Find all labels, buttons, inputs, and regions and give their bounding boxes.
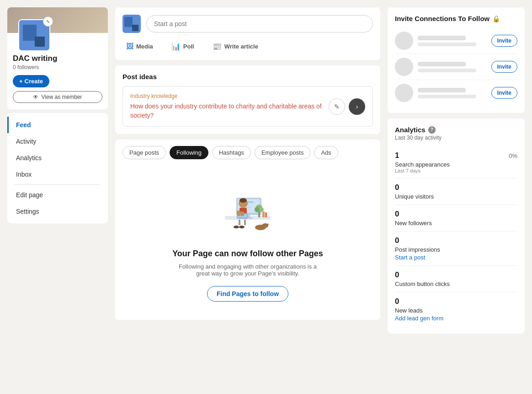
tab-following[interactable]: Following <box>170 146 208 159</box>
svg-point-10 <box>255 207 259 212</box>
poll-button[interactable]: 📊 Poll <box>168 40 198 53</box>
plus-icon: + <box>19 78 23 85</box>
view-as-member-button[interactable]: 👁 View as member <box>13 91 102 103</box>
invite-button-1[interactable]: Invite <box>491 35 517 47</box>
media-button[interactable]: 🖼 Media <box>122 40 157 53</box>
following-content: Your Page can now follow other Pages Fol… <box>115 166 380 320</box>
right-panel: Invite Connections To Follow 🔒 Invite In… <box>388 7 525 387</box>
idea-tag: Industry knowledge <box>130 93 323 99</box>
analytics-value-leads: 0 <box>395 297 399 306</box>
invite-button-2[interactable]: Invite <box>491 61 517 73</box>
analytics-row-leads: 0 New leads Add lead gen form <box>395 292 517 326</box>
svg-point-24 <box>239 226 245 228</box>
analytics-row-button-clicks: 0 Custom button clicks <box>395 266 517 292</box>
invite-button-3[interactable]: Invite <box>491 87 517 99</box>
analytics-card: Analytics ? Last 30 day activity 1 0% Se… <box>388 119 525 334</box>
svg-point-23 <box>234 226 239 228</box>
tab-employee-posts[interactable]: Employee posts <box>255 146 311 159</box>
tab-ads[interactable]: Ads <box>314 146 338 159</box>
invite-title-text: Invite Connections To Follow <box>395 15 489 22</box>
invite-info-2 <box>418 62 487 72</box>
profile-info: DAC writing 0 followers + Create 👁 View … <box>13 51 102 103</box>
analytics-row-impressions: 0 Post impressions Start a post <box>395 232 517 266</box>
create-button[interactable]: + Create <box>13 75 49 87</box>
edit-avatar-button[interactable]: ✎ <box>43 16 53 27</box>
view-member-label: View as member <box>41 94 82 100</box>
invite-card: Invite Connections To Follow 🔒 Invite In… <box>388 7 525 113</box>
invite-name-line-2 <box>418 62 466 66</box>
sidebar-item-analytics[interactable]: Analytics <box>7 150 108 166</box>
write-article-button[interactable]: 📰 Write article <box>209 40 262 53</box>
invite-row-3: Invite <box>395 80 517 106</box>
poll-label: Poll <box>183 43 194 50</box>
idea-card: Industry knowledge How does your industr… <box>122 86 373 127</box>
profile-card: ✎ DAC writing 0 followers + Create 👁 Vie… <box>7 7 108 109</box>
invite-card-title: Invite Connections To Follow 🔒 <box>395 15 517 22</box>
sidebar-item-feed[interactable]: Feed <box>7 117 108 133</box>
post-avatar-small <box>122 15 141 33</box>
start-post-input[interactable] <box>146 15 373 32</box>
post-ideas-card: Post ideas Industry knowledge How does y… <box>115 65 380 134</box>
invite-name-line-1 <box>418 36 466 40</box>
sidebar-item-edit-page[interactable]: Edit page <box>7 187 108 203</box>
sidebar-item-inbox[interactable]: Inbox <box>7 166 108 183</box>
post-actions: 🖼 Media 📊 Poll 📰 Write article <box>122 38 373 53</box>
analytics-value-followers: 0 <box>395 210 399 219</box>
analytics-row-followers: 0 New followers <box>395 205 517 232</box>
invite-sub-line-3 <box>418 95 476 98</box>
invite-avatar-2 <box>395 58 413 76</box>
tab-page-posts[interactable]: Page posts <box>122 146 166 159</box>
analytics-metric-visitors: 0 <box>395 183 517 192</box>
sidebar-item-settings[interactable]: Settings <box>7 203 108 220</box>
svg-point-15 <box>239 198 247 203</box>
post-input-row <box>122 15 373 33</box>
sidebar: ✎ DAC writing 0 followers + Create 👁 Vie… <box>7 7 108 387</box>
svg-rect-20 <box>240 211 244 216</box>
analytics-label-leads: New leads <box>395 307 517 314</box>
main-content: 🖼 Media 📊 Poll 📰 Write article Post idea… <box>115 7 380 387</box>
analytics-label-visitors: Unique visitors <box>395 193 517 200</box>
analytics-title-text: Analytics <box>395 126 426 134</box>
help-icon[interactable]: ? <box>428 126 436 134</box>
svg-point-28 <box>267 224 269 225</box>
analytics-value-visitors: 0 <box>395 183 399 192</box>
analytics-label-followers: New followers <box>395 220 517 227</box>
start-post-link[interactable]: Start a post <box>395 254 517 261</box>
invite-info-1 <box>418 36 487 46</box>
eye-icon: 👁 <box>33 94 38 100</box>
analytics-row-visitors: 0 Unique visitors <box>395 178 517 205</box>
find-pages-button[interactable]: Find Pages to follow <box>207 286 288 302</box>
create-label: Create <box>25 78 43 85</box>
sidebar-inbox-label: Inbox <box>16 171 32 178</box>
sidebar-activity-label: Activity <box>16 138 36 145</box>
analytics-label-button-clicks: Custom button clicks <box>395 281 517 287</box>
svg-rect-12 <box>262 211 265 217</box>
invite-avatar-1 <box>395 32 413 50</box>
analytics-value-search: 1 <box>395 151 399 160</box>
idea-next-button[interactable]: › <box>349 98 365 115</box>
following-illustration <box>211 184 284 239</box>
invite-avatar-3 <box>395 84 413 102</box>
media-icon: 🖼 <box>126 43 133 51</box>
poll-icon: 📊 <box>171 42 181 51</box>
analytics-row-search: 1 0% Search appearances Last 7 days <box>395 146 517 178</box>
analytics-title: Analytics ? <box>395 126 517 134</box>
add-lead-gen-form-link[interactable]: Add lead gen form <box>395 315 517 322</box>
media-label: Media <box>136 43 153 50</box>
sidebar-nav: Feed Activity Analytics Inbox Edit page … <box>7 113 108 223</box>
analytics-label-impressions: Post impressions <box>395 246 517 253</box>
invite-row-2: Invite <box>395 54 517 80</box>
lock-icon: 🔒 <box>492 15 500 22</box>
article-label: Write article <box>224 43 258 50</box>
following-description: Following and engaging with other organi… <box>175 263 321 277</box>
sidebar-settings-label: Settings <box>16 208 39 215</box>
analytics-metric-leads: 0 <box>395 297 517 306</box>
edit-icon: ✎ <box>334 103 340 110</box>
sidebar-feed-label: Feed <box>16 121 31 129</box>
tab-hashtags[interactable]: Hashtags <box>212 146 251 159</box>
post-ideas-title: Post ideas <box>122 73 373 81</box>
idea-edit-button[interactable]: ✎ <box>329 98 345 115</box>
profile-name: DAC writing <box>13 54 102 63</box>
invite-info-3 <box>418 88 487 98</box>
sidebar-item-activity[interactable]: Activity <box>7 133 108 150</box>
